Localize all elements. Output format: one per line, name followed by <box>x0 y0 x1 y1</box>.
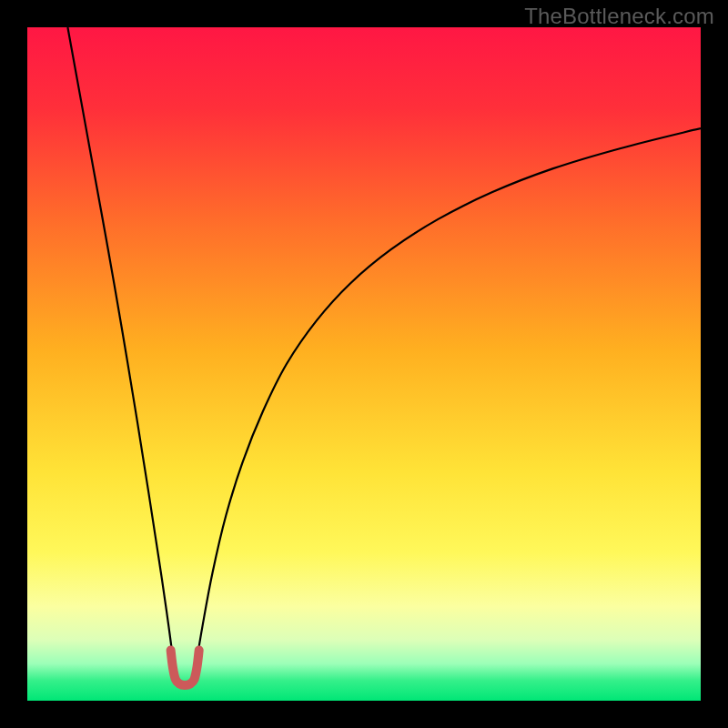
watermark-text: TheBottleneck.com <box>524 4 714 29</box>
bottleneck-curve-chart <box>27 27 701 701</box>
chart-frame: TheBottleneck.com <box>0 0 728 728</box>
